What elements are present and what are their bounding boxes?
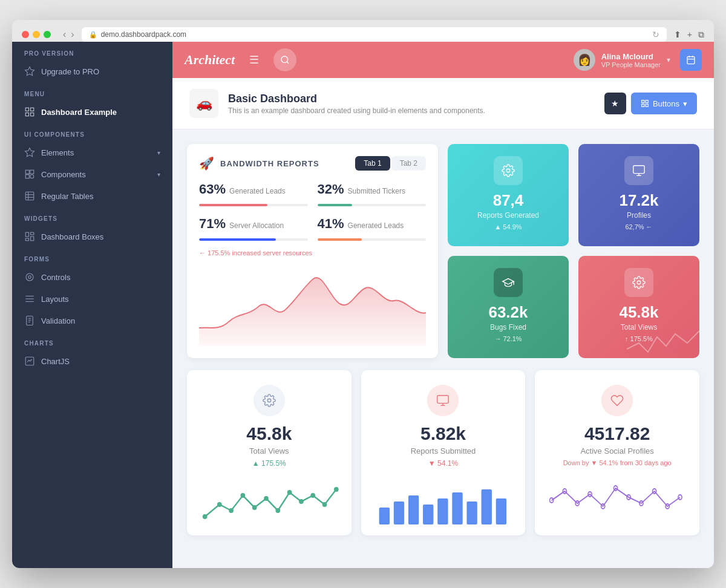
sidebar-item-tables[interactable]: Regular Tables (12, 185, 172, 207)
sidebar-components-label: Components (41, 170, 86, 179)
stat1-value: 63% (199, 181, 226, 197)
sidebar-item-validation[interactable]: Validation (12, 310, 172, 332)
sidebar-tables-label: Regular Tables (41, 192, 93, 201)
svg-point-50 (275, 508, 280, 513)
address-bar[interactable]: 🔒 demo.dashboardpack.com ↻ (82, 27, 667, 42)
calendar-button[interactable] (680, 49, 702, 71)
sidebar-dashboard-label: Dashboard Example (41, 108, 117, 117)
stat-card-change-bugs: → 72.1% (494, 335, 522, 342)
bottom-card-label-social: Active Social Profiles (580, 446, 653, 456)
monitor-icon-bottom (427, 385, 459, 416)
stat-card-label-reports: Reports Generated (477, 211, 539, 220)
sidebar-item-chartjs[interactable]: ChartJS (12, 350, 172, 372)
sidebar-item-elements[interactable]: Elements ▾ (12, 142, 172, 163)
sidebar-section-charts: CHARTS (12, 332, 172, 350)
sidebar-item-layouts[interactable]: Layouts (12, 288, 172, 310)
page-title: Basic Dashboard (228, 93, 595, 105)
main-content: 🚗 Basic Dashboard This is an example das… (172, 78, 714, 568)
bottom-card-reports: 5.82k Reports Submitted ▼ 54.1% (361, 370, 526, 535)
stat-card-bugs: 63.2k Bugs Fixed → 72.1% (448, 256, 569, 358)
sidebar-item-controls[interactable]: Controls (12, 266, 172, 288)
area-chart (199, 261, 426, 346)
new-tab-icon[interactable]: + (687, 30, 692, 40)
tab-group: Tab 1 Tab 2 (355, 156, 426, 171)
rocket-icon: 🚀 (199, 156, 214, 171)
buttons-dropdown[interactable]: Buttons ▾ (631, 93, 697, 114)
star-button[interactable]: ★ (604, 93, 626, 114)
close-button[interactable] (22, 31, 29, 38)
avatar: 👩 (574, 49, 595, 71)
back-icon[interactable]: ‹ (63, 29, 66, 40)
svg-point-45 (217, 502, 222, 507)
page-icon: 🚗 (189, 89, 218, 118)
bottom-card-change-reports: ▼ 54.1% (428, 459, 458, 468)
traffic-lights (22, 31, 51, 38)
user-dropdown-icon[interactable]: ▾ (667, 56, 670, 64)
minimize-button[interactable] (33, 31, 40, 38)
svg-rect-67 (495, 498, 506, 524)
svg-point-43 (267, 399, 271, 402)
browser-actions: ⬆ + ⧉ (674, 30, 704, 40)
monitor-icon (624, 156, 653, 185)
tab-2-button[interactable]: Tab 2 (391, 156, 426, 171)
reload-icon[interactable]: ↻ (652, 30, 659, 39)
svg-rect-15 (31, 232, 34, 235)
chevron-down-icon: ▾ (157, 149, 160, 156)
share-icon[interactable]: ⬆ (674, 30, 681, 40)
stat3-value: 71% (199, 216, 226, 232)
svg-rect-65 (466, 501, 477, 524)
svg-point-38 (506, 169, 510, 172)
svg-point-54 (322, 502, 327, 507)
svg-point-48 (252, 505, 257, 510)
stat4-label: Generated Leads (348, 221, 404, 230)
page-info: Basic Dashboard This is an example dashb… (228, 93, 595, 115)
svg-point-52 (299, 499, 304, 504)
svg-rect-1 (25, 108, 28, 111)
graduation-icon (494, 268, 523, 297)
sidebar-item-upgrade[interactable]: Upgrade to PRO (12, 60, 172, 82)
stat-generated-leads-2: 41% Generated Leads (318, 216, 427, 241)
chevron-down-icon: ▾ (157, 171, 160, 178)
stat-generated-leads: 63% Generated Leads (199, 181, 308, 206)
svg-rect-35 (646, 100, 648, 103)
browser-back-forward: ‹ › (63, 29, 74, 40)
bottom-cards: 45.8k Total Views ▲ 175.5% (187, 370, 699, 535)
svg-rect-60 (393, 501, 404, 524)
svg-point-42 (637, 281, 641, 284)
sidebar-upgrade-label: Upgrade to PRO (41, 67, 99, 76)
svg-rect-10 (25, 192, 34, 200)
svg-point-46 (229, 508, 234, 513)
bandwidth-card: 🚀 BANDWIDTH REPORTS Tab 1 Tab 2 (187, 144, 438, 358)
dropdown-arrow-icon: ▾ (683, 99, 687, 108)
sidebar-layouts-label: Layouts (41, 295, 69, 304)
tab-1-button[interactable]: Tab 1 (355, 156, 390, 171)
stat-card-change-reports: ▲ 54.9% (494, 223, 522, 230)
svg-point-18 (28, 276, 31, 279)
stat-cards: 87,4 Reports Generated ▲ 54.9% 17.2k (448, 144, 699, 358)
svg-rect-61 (408, 495, 419, 524)
stat3-label: Server Allocation (229, 221, 284, 230)
sidebar-item-dashboard-boxes[interactable]: Dashboard Boxes (12, 226, 172, 247)
sidebar-elements-label: Elements (41, 148, 74, 157)
sidebar-section-forms: FORMS (12, 247, 172, 266)
sidebar: PRO VERSION Upgrade to PRO MENU Dashboar… (12, 42, 172, 568)
gear-icon-cyan (494, 156, 523, 185)
tabs-icon[interactable]: ⧉ (698, 30, 704, 40)
svg-rect-4 (31, 113, 34, 116)
bottom-card-value-reports: 5.82k (420, 423, 466, 444)
sidebar-dashboard-boxes-label: Dashboard Boxes (41, 232, 103, 241)
app-header: Architect ☰ 👩 Alina Mclourd VP People Ma… (172, 42, 714, 78)
search-button[interactable] (273, 48, 296, 71)
sidebar-item-components[interactable]: Components ▾ (12, 163, 172, 185)
svg-rect-63 (437, 498, 448, 524)
bottom-card-social: 4517.82 Active Social Profiles Down by ▼… (535, 370, 699, 535)
svg-point-55 (334, 487, 339, 492)
stat-server-allocation: 71% Server Allocation (199, 216, 308, 241)
forward-icon[interactable]: › (71, 29, 74, 40)
bottom-card-change-social: Down by ▼ 54.1% from 30 days ago (563, 459, 672, 466)
maximize-button[interactable] (44, 31, 51, 38)
sidebar-item-dashboard[interactable]: Dashboard Example (12, 101, 172, 123)
user-name: Alina Mclourd (601, 52, 661, 61)
hamburger-icon[interactable]: ☰ (249, 53, 259, 67)
lock-icon: 🔒 (89, 31, 97, 39)
